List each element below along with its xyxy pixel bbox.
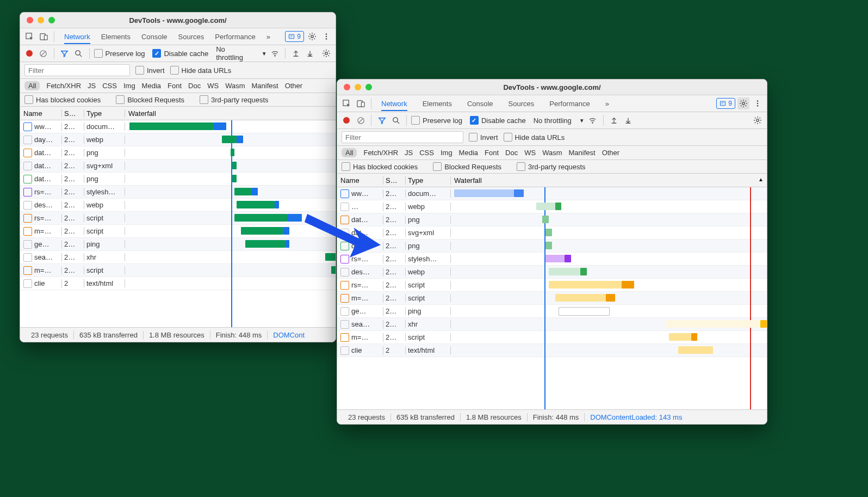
table-row[interactable]: rs=…2…stylesh… bbox=[337, 253, 767, 266]
table-row[interactable]: ww…2…docum… bbox=[337, 187, 767, 200]
settings-icon[interactable] bbox=[306, 30, 318, 42]
throttling-select[interactable]: No throttling▼ bbox=[216, 45, 266, 62]
table-row[interactable]: m=…2…script bbox=[20, 264, 336, 277]
table-row[interactable]: rs=…2…script bbox=[20, 212, 336, 225]
table-row[interactable]: ww…2…docum… bbox=[20, 120, 336, 133]
traffic-lights[interactable] bbox=[337, 84, 372, 90]
throttling-select[interactable]: No throttling▼ bbox=[534, 116, 585, 125]
filter-input[interactable] bbox=[342, 131, 463, 143]
clear-button[interactable] bbox=[38, 47, 49, 59]
filter-manifest[interactable]: Manifest bbox=[251, 82, 278, 90]
table-row[interactable]: dat…2…png bbox=[337, 240, 767, 253]
table-row[interactable]: des…2…webp bbox=[337, 266, 767, 279]
upload-icon[interactable] bbox=[608, 114, 620, 126]
filter-wasm[interactable]: Wasm bbox=[225, 82, 245, 90]
issues-badge[interactable]: 9 bbox=[716, 98, 735, 109]
filter-other[interactable]: Other bbox=[285, 82, 303, 90]
close-icon[interactable] bbox=[344, 84, 350, 90]
col-status[interactable]: S… bbox=[383, 176, 406, 185]
table-row[interactable]: dat…2…png bbox=[20, 146, 336, 159]
request-rows[interactable]: ww…2…docum…day…2…webpdat…2…pngdat…2…svg+… bbox=[20, 120, 336, 327]
download-icon[interactable] bbox=[622, 114, 634, 126]
col-waterfall[interactable]: Waterfall▲ bbox=[451, 176, 767, 185]
table-row[interactable]: clie2text/html bbox=[337, 344, 767, 357]
inspect-icon[interactable] bbox=[340, 97, 352, 109]
table-row[interactable]: dat…2…png bbox=[20, 173, 336, 186]
tab-sources[interactable]: Sources bbox=[509, 100, 535, 108]
tab-performance[interactable]: Performance bbox=[215, 33, 255, 41]
filter-all[interactable]: All bbox=[342, 148, 357, 157]
table-row[interactable]: dat…2…svg+xml bbox=[337, 226, 767, 240]
preserve-log-checkbox[interactable]: Preserve log bbox=[411, 116, 462, 125]
filter-icon[interactable] bbox=[376, 114, 388, 126]
table-row[interactable]: ge…2…ping bbox=[337, 305, 767, 318]
col-type[interactable]: Type bbox=[84, 109, 125, 118]
filter-font[interactable]: Font bbox=[168, 82, 182, 90]
filter-media[interactable]: Media bbox=[142, 82, 161, 90]
clear-button[interactable] bbox=[355, 114, 367, 126]
filter-icon[interactable] bbox=[59, 47, 71, 59]
table-row[interactable]: …2…webp bbox=[337, 200, 767, 213]
search-icon[interactable] bbox=[390, 114, 402, 126]
maximize-icon[interactable] bbox=[365, 84, 372, 90]
table-row[interactable]: sea…2…xhr bbox=[20, 251, 336, 264]
more-icon[interactable] bbox=[752, 97, 764, 109]
filter-all[interactable]: All bbox=[24, 81, 40, 90]
filter-ws[interactable]: WS bbox=[524, 149, 536, 157]
invert-checkbox[interactable]: Invert bbox=[469, 133, 498, 142]
blocked-cookies-checkbox[interactable]: Has blocked cookies bbox=[342, 162, 418, 171]
table-row[interactable]: rs=…2…script bbox=[337, 279, 767, 292]
disable-cache-checkbox[interactable]: Disable cache bbox=[470, 116, 526, 125]
filter-manifest[interactable]: Manifest bbox=[568, 149, 595, 157]
tab-performance[interactable]: Performance bbox=[549, 100, 590, 108]
table-row[interactable]: dat…2…png bbox=[337, 213, 767, 226]
tab-network[interactable]: Network bbox=[64, 33, 90, 44]
device-icon[interactable] bbox=[355, 97, 367, 109]
filter-css[interactable]: CSS bbox=[102, 82, 117, 90]
device-icon[interactable] bbox=[38, 30, 49, 42]
tab-elements[interactable]: Elements bbox=[101, 33, 131, 41]
third-party-checkbox[interactable]: 3rd-party requests bbox=[200, 95, 269, 104]
inspect-icon[interactable] bbox=[23, 30, 35, 42]
filter-doc[interactable]: Doc bbox=[505, 149, 518, 157]
blocked-requests-checkbox[interactable]: Blocked Requests bbox=[433, 162, 501, 171]
filter-ws[interactable]: WS bbox=[207, 82, 219, 90]
tab-network[interactable]: Network bbox=[381, 100, 407, 111]
wifi-icon[interactable] bbox=[587, 114, 599, 126]
invert-checkbox[interactable]: Invert bbox=[135, 66, 165, 75]
filter-img[interactable]: Img bbox=[123, 82, 135, 90]
hide-data-urls-checkbox[interactable]: Hide data URLs bbox=[504, 133, 565, 142]
settings-icon[interactable] bbox=[737, 97, 749, 109]
third-party-checkbox[interactable]: 3rd-party requests bbox=[517, 162, 586, 171]
record-button[interactable] bbox=[23, 47, 35, 59]
table-row[interactable]: m=…2…script bbox=[20, 225, 336, 238]
disable-cache-checkbox[interactable]: Disable cache bbox=[152, 49, 208, 58]
request-rows[interactable]: ww…2…docum……2…webpdat…2…pngdat…2…svg+xml… bbox=[337, 187, 767, 409]
search-icon[interactable] bbox=[73, 47, 85, 59]
minimize-icon[interactable] bbox=[38, 17, 44, 23]
filter-wasm[interactable]: Wasm bbox=[542, 149, 562, 157]
tab-console[interactable]: Console bbox=[467, 100, 493, 108]
table-row[interactable]: des…2…webp bbox=[20, 199, 336, 212]
settings-icon[interactable] bbox=[752, 114, 764, 126]
table-row[interactable]: m=…2…script bbox=[337, 331, 767, 344]
tab-console[interactable]: Console bbox=[141, 33, 168, 41]
close-icon[interactable] bbox=[27, 17, 33, 23]
table-row[interactable]: day…2…webp bbox=[20, 133, 336, 146]
filter-doc[interactable]: Doc bbox=[188, 82, 201, 90]
filter-input[interactable] bbox=[24, 64, 130, 76]
issues-badge[interactable]: 9 bbox=[285, 31, 304, 42]
filter-font[interactable]: Font bbox=[485, 149, 499, 157]
tab-more[interactable]: » bbox=[266, 33, 270, 41]
table-row[interactable]: dat…2…svg+xml bbox=[20, 159, 336, 173]
minimize-icon[interactable] bbox=[355, 84, 361, 90]
filter-media[interactable]: Media bbox=[459, 149, 478, 157]
tab-elements[interactable]: Elements bbox=[423, 100, 452, 108]
filter-fetch[interactable]: Fetch/XHR bbox=[363, 149, 398, 157]
table-row[interactable]: clie2text/html bbox=[20, 277, 336, 290]
wifi-icon[interactable] bbox=[269, 47, 281, 59]
tab-more[interactable]: » bbox=[605, 100, 609, 108]
col-status[interactable]: S… bbox=[62, 109, 84, 118]
table-row[interactable]: ge…2…ping bbox=[20, 238, 336, 251]
upload-icon[interactable] bbox=[290, 47, 302, 59]
